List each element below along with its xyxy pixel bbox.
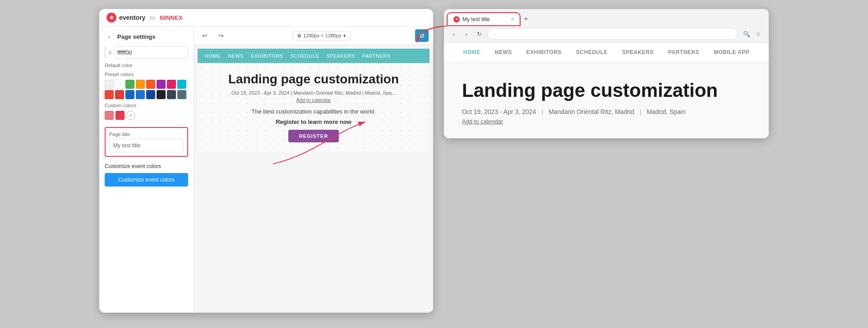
- add-color-button[interactable]: +: [126, 111, 135, 120]
- customize-section-label: Customize event colors: [105, 163, 188, 169]
- nav-partners[interactable]: PARTNERS: [362, 53, 391, 59]
- site-nav-home[interactable]: HOME: [463, 49, 480, 55]
- site-date: Oct 19, 2023 - Apr 3, 2024: [462, 108, 536, 115]
- editor-panel: ★ eventory by 60NNEX ‹ Page settings # D…: [99, 9, 433, 313]
- separator-1: |: [541, 108, 543, 115]
- site-hero: Landing page customization Oct 19, 2023 …: [444, 62, 769, 138]
- sidebar: ‹ Page settings # Default color Preset c…: [99, 27, 194, 313]
- preset-color-grid: [105, 80, 188, 99]
- browser-address-bar: ‹ › ↻ 🔍 ☆: [444, 25, 769, 42]
- canvas-toolbar-left: ↩ ↪: [199, 29, 227, 42]
- preview-content: Landing page customization Oct 19, 2023 …: [198, 63, 429, 151]
- preset-color-10[interactable]: [125, 90, 134, 99]
- nav-news[interactable]: NEWS: [228, 53, 244, 59]
- preset-label: Preset colors: [105, 72, 188, 77]
- browser-search-button[interactable]: 🔍: [742, 29, 752, 39]
- color-input-row: #: [105, 46, 188, 59]
- custom-color-1[interactable]: [115, 111, 125, 120]
- preview-nav: HOME NEWS EXHIBITORS SCHEDULE SPEAKERS P…: [198, 49, 429, 63]
- logo-text: eventory: [119, 14, 145, 21]
- site-nav-mobile-app[interactable]: MOBILE APP: [714, 49, 749, 55]
- site-nav-news[interactable]: NEWS: [495, 49, 512, 55]
- nav-speakers[interactable]: SPEAKERS: [326, 53, 355, 59]
- hex-input[interactable]: [114, 46, 188, 59]
- browser-tabs: ★ My test title × +: [444, 9, 769, 25]
- browser-forward-button[interactable]: ›: [462, 29, 471, 38]
- preset-color-6[interactable]: [167, 80, 176, 89]
- preset-color-11[interactable]: [136, 90, 145, 99]
- browser-refresh-button[interactable]: ↻: [475, 29, 484, 38]
- browser-url-input[interactable]: [487, 28, 738, 40]
- nav-exhibitors[interactable]: EXHIBITORS: [251, 53, 283, 59]
- chevron-down-icon: ▾: [343, 33, 346, 39]
- preset-color-5[interactable]: [157, 80, 166, 89]
- monitor-icon: 🖥: [296, 33, 301, 38]
- preview-frame: HOME NEWS EXHIBITORS SCHEDULE SPEAKERS P…: [198, 49, 429, 151]
- sidebar-title: Page settings: [117, 33, 156, 40]
- undo-button[interactable]: ↩: [199, 29, 211, 42]
- nav-home[interactable]: HOME: [205, 53, 221, 59]
- site-nav-partners[interactable]: PARTNERS: [668, 49, 699, 55]
- tab-title: My test title: [462, 16, 508, 23]
- browser-chrome: ★ My test title × + ‹ › ↻ 🔍 ☆: [444, 9, 769, 43]
- page-title-input[interactable]: [109, 139, 184, 152]
- page-title-label: Page title: [109, 132, 184, 137]
- preset-color-0[interactable]: [105, 80, 114, 89]
- nav-schedule[interactable]: SCHEDULE: [290, 53, 319, 59]
- custom-color-0[interactable]: [105, 111, 114, 120]
- app-logo: ★ eventory by 60NNEX: [106, 13, 183, 23]
- browser-panel: ★ My test title × + ‹ › ↻ 🔍 ☆ HOME: [444, 9, 769, 138]
- sidebar-header: ‹ Page settings: [105, 32, 188, 41]
- preview-register-label: Register to learn more now: [208, 118, 419, 125]
- preset-color-4[interactable]: [146, 80, 155, 89]
- preset-color-14[interactable]: [167, 90, 176, 99]
- tab-close-button[interactable]: ×: [511, 16, 514, 23]
- site-event-title: Landing page customization: [462, 80, 751, 101]
- site-nav-speakers[interactable]: SPEAKERS: [622, 49, 654, 55]
- color-swatch[interactable]: [105, 46, 106, 59]
- site-city: Madrid, Spain: [646, 108, 685, 115]
- site-calendar-link[interactable]: Add to calendar: [462, 118, 751, 125]
- preset-color-1[interactable]: [115, 80, 124, 89]
- preset-color-7[interactable]: [177, 80, 186, 89]
- canvas-size-label: 1280px × 1280px: [303, 33, 342, 38]
- site-nav-exhibitors[interactable]: EXHIBITORS: [526, 49, 562, 55]
- browser-actions: 🔍 ☆: [742, 29, 763, 39]
- logo-by: by: [150, 15, 155, 20]
- canvas-size-selector[interactable]: 🖥 1280px × 1280px ▾: [292, 31, 350, 41]
- canvas-toolbar: ↩ ↪ 🖥 1280px × 1280px ▾ ⚙: [194, 27, 433, 45]
- redo-button[interactable]: ↪: [215, 29, 227, 42]
- canvas-preview: HOME NEWS EXHIBITORS SCHEDULE SPEAKERS P…: [194, 45, 433, 311]
- preview-register-button[interactable]: REGISTER: [288, 130, 339, 142]
- filter-button[interactable]: ⚙: [415, 29, 429, 42]
- new-tab-button[interactable]: +: [520, 13, 532, 25]
- browser-content: HOME NEWS EXHIBITORS SCHEDULE SPEAKERS P…: [444, 43, 769, 138]
- custom-label: Custom colors: [105, 103, 188, 108]
- logo-connex: 60NNEX: [160, 14, 183, 21]
- site-nav: HOME NEWS EXHIBITORS SCHEDULE SPEAKERS P…: [444, 43, 769, 62]
- browser-panel-wrapper: ★ My test title × + ‹ › ↻ 🔍 ☆ HOME: [444, 9, 769, 138]
- preset-color-12[interactable]: [146, 90, 155, 99]
- preset-color-13[interactable]: [157, 90, 166, 99]
- logo-icon: ★: [106, 13, 116, 23]
- site-meta: Oct 19, 2023 - Apr 3, 2024 | Mandarin Or…: [462, 108, 751, 115]
- preset-color-8[interactable]: [105, 90, 114, 99]
- preview-calendar-link[interactable]: Add to calendar: [208, 97, 419, 103]
- preset-color-9[interactable]: [115, 90, 124, 99]
- preset-color-3[interactable]: [136, 80, 145, 89]
- customize-button[interactable]: Customize event colors: [105, 173, 188, 187]
- preview-event-title: Landing page customization: [208, 72, 419, 87]
- site-nav-schedule[interactable]: SCHEDULE: [576, 49, 608, 55]
- preset-color-15[interactable]: [177, 90, 186, 99]
- editor-area: ‹ Page settings # Default color Preset c…: [99, 27, 433, 313]
- site-location: Mandarin Oriental Ritz, Madrid: [549, 108, 634, 115]
- preview-tagline: The best customization capabilities in t…: [208, 108, 419, 115]
- hash-symbol: #: [108, 50, 111, 56]
- page-title-section: Page title: [105, 127, 188, 157]
- preset-color-2[interactable]: [125, 80, 134, 89]
- canvas-area: ↩ ↪ 🖥 1280px × 1280px ▾ ⚙ HOME NEWS EXHI…: [194, 27, 433, 313]
- back-button[interactable]: ‹: [105, 32, 114, 41]
- browser-bookmark-button[interactable]: ☆: [753, 29, 763, 39]
- browser-tab-active[interactable]: ★ My test title ×: [448, 13, 520, 25]
- browser-back-button[interactable]: ‹: [449, 29, 458, 38]
